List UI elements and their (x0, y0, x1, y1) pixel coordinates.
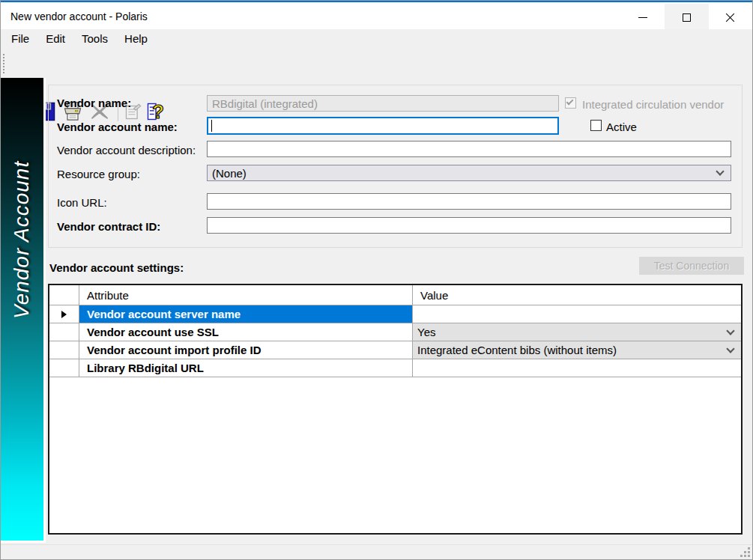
close-button[interactable] (708, 4, 752, 31)
menu-edit[interactable]: Edit (37, 29, 73, 49)
table-row: Library RBdigital URL (49, 359, 741, 377)
status-bar (1, 544, 752, 559)
current-row-arrow-icon (61, 311, 67, 318)
attribute-cell[interactable]: Vendor account import profile ID (79, 341, 413, 359)
icon-url-input[interactable] (207, 193, 731, 210)
menu-help[interactable]: Help (116, 29, 156, 49)
checkmark-icon (566, 98, 574, 106)
resource-group-value: (None) (212, 167, 247, 180)
maximize-icon (683, 13, 691, 22)
active-checkbox[interactable] (590, 120, 602, 131)
settings-table: Attribute Value Vendor account server na… (48, 284, 743, 535)
header-attribute: Attribute (79, 285, 413, 305)
attribute-cell[interactable]: Vendor account server name (79, 305, 413, 323)
table-row: Vendor account server name (49, 305, 741, 323)
attribute-cell[interactable]: Vendor account use SSL (79, 323, 413, 341)
menu-bar: File Edit Tools Help (1, 29, 752, 49)
row-selector[interactable] (49, 341, 79, 359)
table-header-row: Attribute Value (49, 285, 741, 305)
resize-grip[interactable] (740, 547, 750, 557)
value-cell[interactable] (413, 305, 741, 323)
app-window: New vendor account - Polaris File Edit T… (0, 0, 753, 560)
maximize-button[interactable] (665, 4, 709, 31)
attribute-cell[interactable]: Library RBdigital URL (79, 359, 413, 377)
value-dropdown[interactable]: Yes (413, 323, 741, 341)
sidebar-title: Vendor Account (10, 161, 34, 319)
vendor-account-settings-label: Vendor account settings: (49, 261, 184, 274)
header-value: Value (413, 285, 741, 305)
vendor-contract-id-label: Vendor contract ID: (57, 220, 160, 233)
resource-group-label: Resource group: (57, 168, 140, 180)
vendor-contract-id-input[interactable] (207, 217, 731, 234)
vendor-name-label: Vendor name: (57, 97, 131, 109)
resource-group-dropdown[interactable]: (None) (207, 165, 731, 181)
toolbar: ? (1, 49, 752, 78)
chevron-down-icon (726, 344, 734, 353)
icon-url-label: Icon URL: (57, 196, 107, 209)
description-label: Vendor account description: (57, 144, 196, 156)
integrated-vendor-label: Integrated circulation vendor (582, 98, 724, 111)
table-row: Vendor account import profile ID Integra… (49, 341, 741, 359)
text-cursor (211, 120, 212, 132)
toolbar-grip-handle[interactable] (2, 53, 6, 74)
title-bar: New vendor account - Polaris (1, 1, 752, 29)
value-cell[interactable]: Yes (413, 323, 741, 341)
vendor-account-name-input[interactable] (207, 117, 559, 135)
value-dropdown-text: Yes (417, 326, 435, 338)
menu-tools[interactable]: Tools (73, 29, 116, 49)
chevron-down-icon (716, 167, 724, 175)
sidebar: Vendor Account (1, 78, 46, 543)
value-cell[interactable] (413, 359, 741, 377)
vendor-account-name-label: Vendor account name: (57, 121, 178, 133)
row-selector[interactable] (49, 305, 79, 323)
value-dropdown[interactable]: Integrated eContent bibs (without items) (413, 341, 741, 359)
chevron-down-icon (726, 326, 734, 335)
window-title: New vendor account - Polaris (10, 10, 148, 22)
row-selector[interactable] (49, 359, 79, 377)
minimize-icon (638, 17, 647, 18)
menu-file[interactable]: File (3, 29, 37, 49)
vendor-name-input (207, 95, 559, 112)
active-label: Active (606, 121, 637, 133)
header-selector-cell (49, 285, 79, 305)
value-dropdown-text: Integrated eContent bibs (without items) (417, 344, 617, 356)
description-input[interactable] (207, 141, 731, 157)
close-icon (725, 13, 735, 22)
test-connection-button[interactable]: Test Connection (639, 257, 744, 275)
integrated-vendor-checkbox (565, 97, 576, 109)
value-cell[interactable]: Integrated eContent bibs (without items) (413, 341, 741, 359)
row-selector[interactable] (49, 323, 79, 341)
minimize-button[interactable] (620, 4, 665, 31)
table-row: Vendor account use SSL Yes (49, 323, 741, 341)
